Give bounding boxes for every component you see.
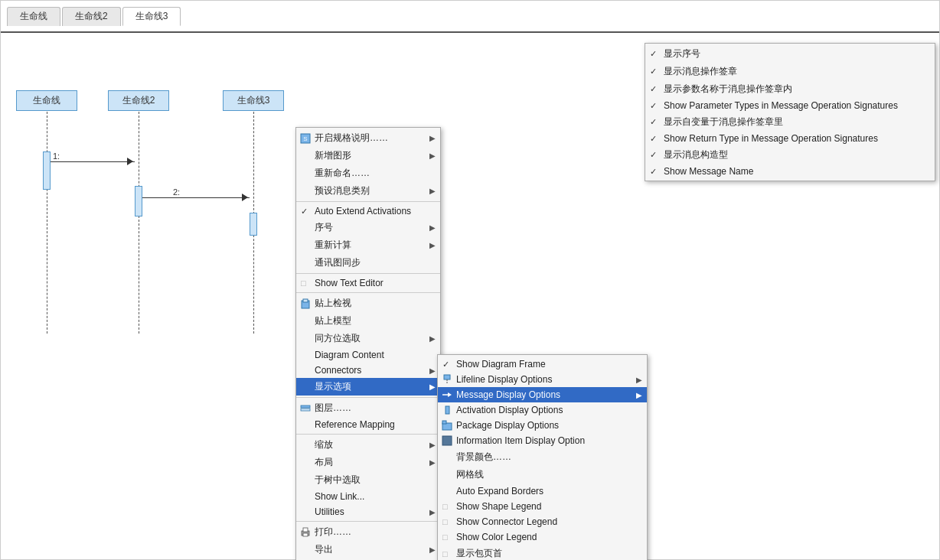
tab-lifeline2[interactable]: 生命线2 bbox=[62, 7, 121, 26]
sub1-show-diagram-frame[interactable]: ✓ Show Diagram Frame bbox=[438, 357, 647, 372]
sub2-show-return-type[interactable]: ✓ Show Return Type in Message Operation … bbox=[645, 131, 935, 146]
menu-item-connectors[interactable]: Connectors ▶ bbox=[296, 363, 440, 378]
svg-rect-15 bbox=[442, 421, 446, 424]
menu-item-print[interactable]: 打印…… bbox=[296, 523, 440, 541]
arrow-right-icon: ▶ bbox=[429, 508, 436, 516]
sub1-info-item[interactable]: Information Item Display Option bbox=[438, 433, 647, 448]
sub2-show-msg-name[interactable]: ✓ Show Message Name bbox=[645, 164, 935, 179]
checkbox-icon: □ bbox=[442, 532, 448, 542]
message-arrow-2 bbox=[142, 197, 250, 198]
separator bbox=[296, 397, 440, 398]
sub1-bg-color[interactable]: 背景颜色…… bbox=[438, 448, 647, 466]
menu-item-diagram-content[interactable]: Diagram Content bbox=[296, 347, 440, 363]
menu-item-spec[interactable]: S 开启规格说明…… ▶ bbox=[296, 129, 440, 147]
menu-item-utilities[interactable]: Utilities ▶ bbox=[296, 504, 440, 519]
checkmark-icon: ✓ bbox=[650, 67, 657, 77]
checkmark-icon: ✓ bbox=[650, 167, 657, 177]
menu-item-paste-view[interactable]: 贴上检视 bbox=[296, 295, 440, 312]
svg-rect-3 bbox=[303, 299, 308, 302]
menu-item-add-shape[interactable]: 新增图形 ▶ bbox=[296, 147, 440, 164]
checkmark-icon: ✓ bbox=[650, 49, 657, 59]
menu-item-select-in-tree[interactable]: 于树中选取 bbox=[296, 471, 440, 489]
sub1-show-pkg-header[interactable]: □ 显示包页首 bbox=[438, 545, 647, 560]
arrow-right-icon: ▶ bbox=[429, 223, 436, 232]
spec-icon: S bbox=[299, 132, 312, 145]
arrowhead-1 bbox=[127, 158, 133, 165]
sub1-show-color-legend[interactable]: □ Show Color Legend bbox=[438, 529, 647, 545]
separator bbox=[296, 521, 440, 522]
lifeline-box-2: 生命线2 bbox=[108, 90, 169, 111]
svg-rect-9 bbox=[444, 375, 450, 379]
menu-item-sync[interactable]: 通讯图同步 bbox=[296, 254, 440, 272]
svg-marker-12 bbox=[448, 392, 452, 397]
sub1-grid[interactable]: 网格线 bbox=[438, 466, 647, 483]
sub2-show-args[interactable]: ✓ 显示自变量于消息操作签章里 bbox=[645, 113, 935, 131]
menu-item-preset-msg[interactable]: 预设消息类别 ▶ bbox=[296, 182, 440, 200]
separator bbox=[296, 201, 440, 202]
submenu-display-options: ✓ Show Diagram Frame Lifeline Display Op… bbox=[437, 354, 648, 560]
submenu-message-display: ✓ 显示序号 ✓ 显示消息操作签章 ✓ 显示参数名称于消息操作签章内 ✓ Sho… bbox=[645, 43, 935, 181]
arrow-right-icon: ▶ bbox=[429, 441, 436, 449]
menu-item-recalc[interactable]: 重新计算 ▶ bbox=[296, 236, 440, 254]
checkmark-icon: ✓ bbox=[301, 207, 308, 217]
checkmark-icon: ✓ bbox=[650, 117, 657, 127]
tab-bar: 生命线 生命线2 生命线3 bbox=[7, 7, 181, 26]
message-arrow-1 bbox=[51, 161, 135, 162]
checkmark-icon: ✓ bbox=[442, 360, 449, 370]
svg-rect-4 bbox=[301, 405, 310, 408]
arrow-right-icon: ▶ bbox=[429, 187, 436, 195]
arrow-right-icon: ▶ bbox=[636, 376, 642, 384]
sub1-message-display[interactable]: Message Display Options ▶ bbox=[438, 387, 647, 402]
tab-lifeline3[interactable]: 生命线3 bbox=[122, 7, 181, 26]
menu-item-rename[interactable]: 重新命名…… bbox=[296, 164, 440, 182]
menu-item-select-same[interactable]: 同方位选取 ▶ bbox=[296, 330, 440, 347]
sub2-show-msg-op-sig[interactable]: ✓ 显示消息操作签章 bbox=[645, 63, 935, 80]
sub1-show-shape-legend[interactable]: □ Show Shape Legend bbox=[438, 499, 647, 514]
sub1-package-display[interactable]: Package Display Options bbox=[438, 418, 647, 433]
menu-item-auto-extend[interactable]: ✓ Auto Extend Activations bbox=[296, 203, 440, 219]
menu-item-display-options[interactable]: 显示选项 ▶ bbox=[296, 378, 440, 396]
svg-rect-13 bbox=[446, 406, 449, 414]
message-label-2: 2: bbox=[173, 187, 180, 197]
tab-lifeline1[interactable]: 生命线 bbox=[7, 7, 60, 26]
lifeline-box-1: 生命线 bbox=[16, 90, 77, 111]
menu-item-layout[interactable]: 布局 ▶ bbox=[296, 454, 440, 471]
package-icon bbox=[441, 419, 453, 431]
svg-rect-5 bbox=[301, 409, 310, 411]
activation-icon bbox=[441, 404, 453, 416]
menu-item-show-text-editor[interactable]: □ Show Text Editor bbox=[296, 275, 440, 291]
separator bbox=[296, 434, 440, 435]
sub1-show-connector-legend[interactable]: □ Show Connector Legend bbox=[438, 514, 647, 529]
menu-item-zoom[interactable]: 缩放 ▶ bbox=[296, 436, 440, 454]
arrow-right-icon: ▶ bbox=[429, 241, 436, 249]
context-menu: S 开启规格说明…… ▶ 新增图形 ▶ 重新命名…… 预设消息类别 ▶ ✓ Au… bbox=[295, 127, 441, 560]
arrowhead-2 bbox=[242, 194, 248, 201]
checkbox-icon: □ bbox=[442, 502, 448, 511]
layer-icon bbox=[299, 402, 312, 415]
separator bbox=[296, 292, 440, 293]
sub2-show-param-types[interactable]: ✓ Show Parameter Types in Message Operat… bbox=[645, 98, 935, 113]
info-icon bbox=[441, 435, 453, 447]
lifeline-icon bbox=[441, 373, 453, 386]
arrow-right-icon: ▶ bbox=[429, 545, 436, 554]
arrow-right-icon: ▶ bbox=[636, 391, 642, 399]
svg-rect-7 bbox=[303, 528, 308, 532]
sub2-show-seq-num[interactable]: ✓ 显示序号 bbox=[645, 45, 935, 63]
sub2-show-msg-stereotype[interactable]: ✓ 显示消息构造型 bbox=[645, 146, 935, 164]
menu-item-export[interactable]: 导出 ▶ bbox=[296, 541, 440, 558]
menu-item-layers[interactable]: 图层…… bbox=[296, 399, 440, 417]
menu-item-paste-model[interactable]: 贴上模型 bbox=[296, 312, 440, 330]
activation-box-2 bbox=[135, 186, 142, 217]
sub1-auto-expand[interactable]: Auto Expand Borders bbox=[438, 483, 647, 499]
arrow-right-icon: ▶ bbox=[429, 366, 436, 375]
sub1-lifeline-display[interactable]: Lifeline Display Options ▶ bbox=[438, 372, 647, 387]
sub1-activation-display[interactable]: Activation Display Options bbox=[438, 402, 647, 418]
checkmark-icon: ✓ bbox=[650, 150, 657, 160]
checkmark-icon: ✓ bbox=[650, 84, 657, 94]
sub2-show-param-names[interactable]: ✓ 显示参数名称于消息操作签章内 bbox=[645, 80, 935, 98]
menu-item-show-link[interactable]: Show Link... bbox=[296, 489, 440, 504]
checkbox-icon: □ bbox=[442, 549, 448, 558]
arrow-right-icon: ▶ bbox=[429, 334, 436, 343]
menu-item-sequence-num[interactable]: 序号 ▶ bbox=[296, 219, 440, 236]
menu-item-ref-mapping[interactable]: Reference Mapping bbox=[296, 417, 440, 432]
